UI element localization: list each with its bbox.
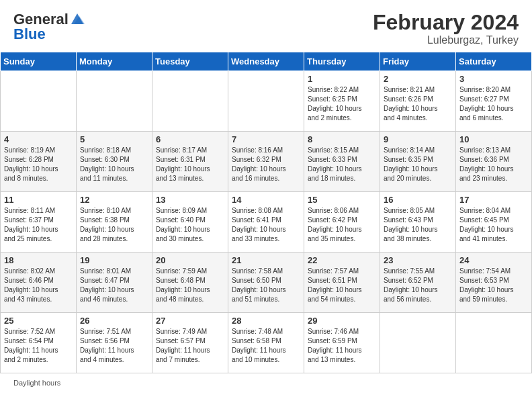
day-info: Sunrise: 8:02 AM Sunset: 6:46 PM Dayligh… [4,267,73,304]
calendar-cell: 6Sunrise: 8:17 AM Sunset: 6:31 PM Daylig… [152,132,228,192]
calendar-cell: 15Sunrise: 8:06 AM Sunset: 6:42 PM Dayli… [304,192,380,253]
day-info: Sunrise: 8:13 AM Sunset: 6:36 PM Dayligh… [459,146,528,183]
day-number: 5 [80,134,148,144]
calendar-cell: 3Sunrise: 8:20 AM Sunset: 6:27 PM Daylig… [456,71,532,132]
col-monday: Monday [77,52,152,71]
calendar-cell: 20Sunrise: 7:59 AM Sunset: 6:48 PM Dayli… [152,253,228,313]
calendar-cell: 29Sunrise: 7:46 AM Sunset: 6:59 PM Dayli… [304,313,380,373]
calendar-cell [152,71,228,132]
day-info: Sunrise: 7:59 AM Sunset: 6:48 PM Dayligh… [156,267,224,304]
calendar-cell: 18Sunrise: 8:02 AM Sunset: 6:46 PM Dayli… [1,253,77,313]
col-sunday: Sunday [1,52,77,71]
day-info: Sunrise: 7:49 AM Sunset: 6:57 PM Dayligh… [156,327,224,365]
day-number: 18 [4,255,73,265]
day-number: 12 [80,195,148,205]
calendar-cell: 7Sunrise: 8:16 AM Sunset: 6:32 PM Daylig… [228,132,304,192]
calendar-cell: 16Sunrise: 8:05 AM Sunset: 6:43 PM Dayli… [380,192,456,253]
calendar-cell: 28Sunrise: 7:48 AM Sunset: 6:58 PM Dayli… [228,313,304,373]
day-number: 25 [4,316,73,326]
calendar-table: Sunday Monday Tuesday Wednesday Thursday… [0,52,532,373]
calendar-cell: 24Sunrise: 7:54 AM Sunset: 6:53 PM Dayli… [456,253,532,313]
calendar-header: Sunday Monday Tuesday Wednesday Thursday… [1,52,532,71]
day-number: 3 [459,74,528,84]
calendar-cell [1,71,77,132]
day-info: Sunrise: 8:22 AM Sunset: 6:25 PM Dayligh… [308,85,376,123]
day-number: 19 [80,255,148,265]
day-number: 1 [308,74,376,84]
day-number: 10 [459,134,528,144]
calendar-cell: 1Sunrise: 8:22 AM Sunset: 6:25 PM Daylig… [304,71,380,132]
day-info: Sunrise: 7:46 AM Sunset: 6:59 PM Dayligh… [308,327,376,365]
day-info: Sunrise: 7:55 AM Sunset: 6:52 PM Dayligh… [384,267,452,304]
day-number: 27 [156,316,224,326]
footer: Daylight hours [0,373,532,392]
day-info: Sunrise: 7:48 AM Sunset: 6:58 PM Dayligh… [232,327,300,365]
col-saturday: Saturday [456,52,532,71]
day-info: Sunrise: 8:16 AM Sunset: 6:32 PM Dayligh… [232,146,300,183]
page-container: General Blue February 2024 Luleburgaz, T… [0,0,532,392]
calendar-cell [77,71,152,132]
day-number: 6 [156,134,224,144]
day-info: Sunrise: 8:19 AM Sunset: 6:28 PM Dayligh… [4,146,73,183]
calendar-cell [228,71,304,132]
day-info: Sunrise: 8:15 AM Sunset: 6:33 PM Dayligh… [308,146,376,183]
calendar-cell: 19Sunrise: 8:01 AM Sunset: 6:47 PM Dayli… [77,253,152,313]
day-number: 14 [232,195,300,205]
day-info: Sunrise: 8:04 AM Sunset: 6:45 PM Dayligh… [459,206,528,244]
day-number: 24 [459,255,528,265]
daylight-hours-label: Daylight hours [13,379,60,387]
calendar-cell: 21Sunrise: 7:58 AM Sunset: 6:50 PM Dayli… [228,253,304,313]
col-thursday: Thursday [304,52,380,71]
day-number: 17 [459,195,528,205]
day-info: Sunrise: 7:51 AM Sunset: 6:56 PM Dayligh… [80,327,148,365]
calendar-cell: 11Sunrise: 8:11 AM Sunset: 6:37 PM Dayli… [1,192,77,253]
day-number: 23 [384,255,452,265]
calendar-cell: 26Sunrise: 7:51 AM Sunset: 6:56 PM Dayli… [77,313,152,373]
day-info: Sunrise: 8:17 AM Sunset: 6:31 PM Dayligh… [156,146,224,183]
page-subtitle: Luleburgaz, Turkey [373,34,519,46]
col-tuesday: Tuesday [152,52,228,71]
day-info: Sunrise: 8:10 AM Sunset: 6:38 PM Dayligh… [80,206,148,244]
day-number: 28 [232,316,300,326]
calendar-cell: 14Sunrise: 8:08 AM Sunset: 6:41 PM Dayli… [228,192,304,253]
day-number: 20 [156,255,224,265]
day-number: 9 [384,134,452,144]
day-number: 11 [4,195,73,205]
page-title: February 2024 [373,11,519,34]
day-info: Sunrise: 8:06 AM Sunset: 6:42 PM Dayligh… [308,206,376,244]
calendar-cell: 23Sunrise: 7:55 AM Sunset: 6:52 PM Dayli… [380,253,456,313]
day-number: 15 [308,195,376,205]
calendar-cell: 4Sunrise: 8:19 AM Sunset: 6:28 PM Daylig… [1,132,77,192]
day-number: 4 [4,134,73,144]
day-number: 26 [80,316,148,326]
day-number: 29 [308,316,376,326]
day-number: 8 [308,134,376,144]
calendar-cell: 22Sunrise: 7:57 AM Sunset: 6:51 PM Dayli… [304,253,380,313]
day-number: 21 [232,255,300,265]
calendar-cell: 5Sunrise: 8:18 AM Sunset: 6:30 PM Daylig… [77,132,152,192]
day-info: Sunrise: 7:52 AM Sunset: 6:54 PM Dayligh… [4,327,73,365]
day-info: Sunrise: 8:18 AM Sunset: 6:30 PM Dayligh… [80,146,148,183]
calendar-cell: 27Sunrise: 7:49 AM Sunset: 6:57 PM Dayli… [152,313,228,373]
col-friday: Friday [380,52,456,71]
calendar-cell: 13Sunrise: 8:09 AM Sunset: 6:40 PM Dayli… [152,192,228,253]
calendar-cell: 12Sunrise: 8:10 AM Sunset: 6:38 PM Dayli… [77,192,152,253]
calendar-body: 1Sunrise: 8:22 AM Sunset: 6:25 PM Daylig… [1,71,532,373]
day-number: 13 [156,195,224,205]
day-info: Sunrise: 7:57 AM Sunset: 6:51 PM Dayligh… [308,267,376,304]
calendar-cell: 25Sunrise: 7:52 AM Sunset: 6:54 PM Dayli… [1,313,77,373]
calendar-cell [456,313,532,373]
day-info: Sunrise: 8:11 AM Sunset: 6:37 PM Dayligh… [4,206,73,244]
title-area: February 2024 Luleburgaz, Turkey [373,11,519,46]
logo: General Blue [13,11,85,43]
calendar-cell: 10Sunrise: 8:13 AM Sunset: 6:36 PM Dayli… [456,132,532,192]
calendar-cell: 2Sunrise: 8:21 AM Sunset: 6:26 PM Daylig… [380,71,456,132]
day-number: 2 [384,74,452,84]
day-info: Sunrise: 8:01 AM Sunset: 6:47 PM Dayligh… [80,267,148,304]
day-info: Sunrise: 8:09 AM Sunset: 6:40 PM Dayligh… [156,206,224,244]
day-info: Sunrise: 8:08 AM Sunset: 6:41 PM Dayligh… [232,206,300,244]
col-wednesday: Wednesday [228,52,304,71]
logo-icon [70,12,85,27]
day-info: Sunrise: 8:14 AM Sunset: 6:35 PM Dayligh… [384,146,452,183]
page-header: General Blue February 2024 Luleburgaz, T… [0,0,532,52]
